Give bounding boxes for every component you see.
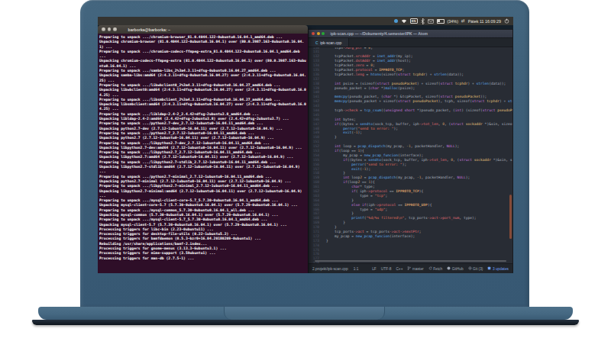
maximize-icon[interactable] — [113, 27, 117, 31]
minimize-icon[interactable] — [317, 32, 320, 35]
battery-fill — [438, 20, 440, 22]
laptop-base-notch — [224, 307, 385, 320]
atom-titlebar[interactable]: ipk-scan.cpp — ~/Dokumenty/4.semester/IP… — [309, 30, 512, 38]
keyboard-layout-indicator[interactable]: EN — [410, 18, 418, 24]
status-github[interactable]: GitHub — [447, 266, 463, 271]
tab-bar: C ipk-scan.cpp — [309, 38, 512, 47]
terminal-line: Unpacking libsmbclient:amd64 (2:4.3.11+d… — [99, 102, 306, 112]
terminal-line: Unpacking mysql-client-5.7 (5.7.30-0ubun… — [99, 223, 306, 227]
terminal-line: Preparing to unpack .../libpython2.7-min… — [99, 184, 306, 188]
code-line: tcph->check = tcp_csum((unsigned short *… — [326, 108, 512, 113]
status-encoding[interactable]: UTF-8 — [381, 267, 392, 271]
line-number-gutter[interactable]: 1301311321331341351361371381391401411421… — [309, 47, 322, 263]
code-lines[interactable]: tcph->urg_ptr = 0; tcpPacket.srcAddr = i… — [322, 47, 512, 263]
status-cursor-position[interactable]: 1:1 — [354, 267, 359, 271]
package-icon — [487, 266, 491, 271]
terminal-line: Unpacking samba-libs:amd64 (2:4.3.11+dfs… — [99, 73, 306, 83]
terminal-line: Unpacking python2.7-dev (2.7.12-1ubuntu0… — [99, 127, 306, 131]
status-grammar[interactable]: C++ — [396, 267, 402, 271]
status-updates[interactable]: 3 updates — [487, 266, 509, 271]
status-label: C++ — [396, 267, 402, 271]
status-git-status[interactable]: Git (3) — [468, 266, 483, 271]
wifi-icon[interactable] — [401, 18, 407, 24]
system-tray: EN (34%) ⇄ Pátek 11 16:09:29 — [394, 18, 513, 24]
bluetooth-icon[interactable] — [421, 18, 425, 24]
laptop-base — [38, 307, 573, 320]
status-label: GitHub — [452, 267, 464, 271]
cpp-file-icon: C — [315, 40, 318, 45]
terminal-line: Unpacking libpython2.7-stdlib:amd64 (2.7… — [99, 165, 306, 175]
tab-label: ipk-scan.cpp — [320, 40, 341, 45]
code-editor[interactable]: 1301311321331341351361371381391401411421… — [309, 47, 512, 263]
status-label: master — [412, 267, 424, 271]
atom-window: ipk-scan.cpp — ~/Dokumenty/4.semester/IP… — [308, 29, 513, 272]
terminal-output[interactable]: Preparing to unpack .../chromium-browser… — [98, 34, 308, 273]
app-indicator-icon[interactable] — [394, 19, 398, 23]
status-git-branch[interactable]: master — [407, 266, 423, 271]
laptop-bezel: EN (34%) ⇄ Pátek 11 16:09:29 ipk-scan.cp… — [80, 0, 529, 307]
sync-arrows-icon[interactable]: ⇄ — [461, 19, 465, 23]
minimize-icon[interactable] — [108, 27, 112, 31]
session-power-icon[interactable] — [504, 18, 509, 24]
close-icon[interactable] — [102, 27, 105, 31]
status-file-path[interactable]: 2.projekt/ipk-scan.cpp — [312, 267, 348, 271]
laptop-bottom-edge — [32, 320, 579, 325]
code-line: int psize = (sizeof(struct pseudoPacket)… — [326, 82, 512, 86]
status-label: Git (3) — [473, 267, 483, 271]
top-panel: EN (34%) ⇄ Pátek 11 16:09:29 — [98, 17, 513, 25]
terminal-titlebar[interactable]: barborka@barborka: ~ — [98, 25, 308, 34]
terminal-line: Unpacking libpython2.7:amd64 (2.7.12-1ub… — [99, 155, 306, 159]
status-label: LF — [372, 267, 377, 271]
tab-ipk-scan-cpp[interactable]: C ipk-scan.cpp — [309, 38, 349, 47]
code-line: memcpy(pseudo_packet + sizeof(struct pse… — [326, 99, 512, 104]
status-label: 3 updates — [493, 267, 509, 271]
terminal-line: Unpacking libwbclient0:amd64 (2:4.3.11+d… — [99, 88, 306, 98]
battery-percent-label: (34%) — [448, 19, 458, 24]
maximize-icon[interactable] — [322, 32, 325, 35]
status-label: UTF-8 — [381, 267, 392, 271]
terminal-window: barborka@barborka: ~ Preparing to unpack… — [98, 25, 308, 273]
battery-icon[interactable] — [437, 19, 445, 24]
terminal-line: Unpacking chromium-codecs-ffmpeg-extra (… — [99, 59, 306, 69]
horizontal-scrollbar[interactable] — [315, 260, 506, 262]
sync-icon — [428, 266, 432, 271]
close-icon[interactable] — [312, 32, 315, 35]
status-label: Fetch — [433, 267, 442, 271]
terminal-line: Processing triggers for man-db (2.7.5-1)… — [99, 256, 306, 261]
screen-desktop: EN (34%) ⇄ Pátek 11 16:09:29 ipk-scan.cp… — [98, 17, 513, 273]
status-line-ending[interactable]: LF — [372, 267, 377, 271]
terminal-line: Unpacking libpython2.7-minimal:amd64 (2.… — [99, 189, 306, 199]
terminal-line: Unpacking chromium-browser (81.0.4044.12… — [99, 40, 306, 50]
terminal-line: Unpacking mysql-client-core-5.7 (5.7.30-… — [99, 203, 306, 208]
scrollbar-marker[interactable] — [509, 195, 512, 239]
clock-label[interactable]: Pátek 11 16:09:29 — [468, 19, 501, 24]
terminal-line: Preparing to unpack .../chromium-codecs-… — [99, 50, 306, 60]
messages-icon[interactable] — [428, 19, 434, 24]
terminal-title: barborka@barborka: ~ — [128, 27, 171, 32]
branch-icon — [407, 266, 411, 271]
globe-icon — [468, 266, 472, 271]
atom-window-title: ipk-scan.cpp — ~/Dokumenty/4.semester/IP… — [331, 31, 428, 36]
status-fetch[interactable]: Fetch — [428, 266, 443, 271]
atom-status-bar: 2.projekt/ipk-scan.cpp 1:1 LFUTF-8C++mas… — [309, 263, 512, 273]
github-icon — [447, 266, 451, 271]
